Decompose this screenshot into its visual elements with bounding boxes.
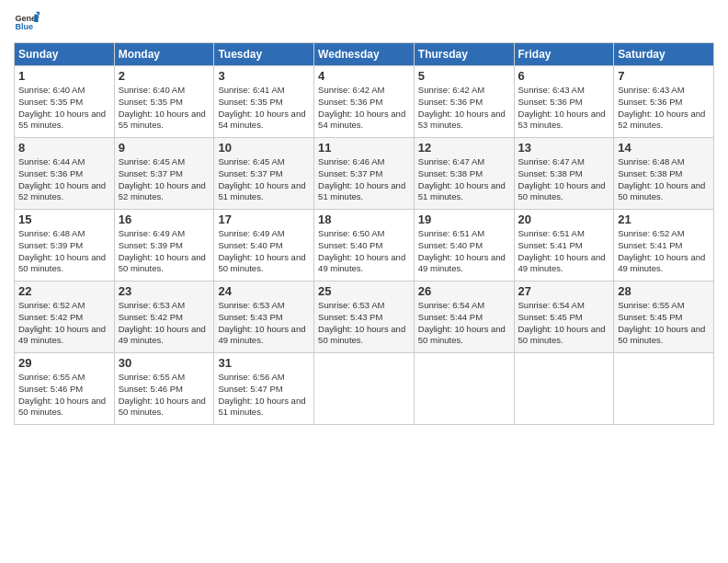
calendar-week-3: 15Sunrise: 6:48 AMSunset: 5:39 PMDayligh…: [15, 210, 714, 282]
day-detail: Sunrise: 6:50 AMSunset: 5:40 PMDaylight:…: [318, 228, 410, 275]
weekday-header-thursday: Thursday: [414, 43, 514, 66]
calendar-cell: 14Sunrise: 6:48 AMSunset: 5:38 PMDayligh…: [614, 138, 714, 210]
day-detail: Sunrise: 6:44 AMSunset: 5:36 PMDaylight:…: [18, 156, 110, 203]
day-detail: Sunrise: 6:46 AMSunset: 5:37 PMDaylight:…: [318, 156, 410, 203]
calendar-cell: 5Sunrise: 6:42 AMSunset: 5:36 PMDaylight…: [414, 66, 514, 138]
calendar-week-4: 22Sunrise: 6:52 AMSunset: 5:42 PMDayligh…: [15, 282, 714, 353]
day-detail: Sunrise: 6:41 AMSunset: 5:35 PMDaylight:…: [218, 85, 310, 132]
header: General Blue: [14, 9, 714, 35]
day-number: 11: [318, 141, 410, 155]
weekday-header-wednesday: Wednesday: [314, 43, 415, 66]
calendar-cell: 13Sunrise: 6:47 AMSunset: 5:38 PMDayligh…: [514, 138, 614, 210]
day-number: 31: [218, 356, 310, 370]
calendar-header-row: SundayMondayTuesdayWednesdayThursdayFrid…: [15, 43, 714, 66]
weekday-header-tuesday: Tuesday: [214, 43, 314, 66]
calendar-cell: 31Sunrise: 6:56 AMSunset: 5:47 PMDayligh…: [214, 353, 314, 425]
day-number: 16: [119, 213, 210, 226]
day-detail: Sunrise: 6:49 AMSunset: 5:39 PMDaylight:…: [119, 228, 210, 275]
calendar-cell: [514, 353, 614, 425]
calendar-table: SundayMondayTuesdayWednesdayThursdayFrid…: [14, 42, 714, 425]
day-number: 15: [18, 213, 110, 226]
calendar-cell: [614, 353, 714, 425]
day-detail: Sunrise: 6:52 AMSunset: 5:41 PMDaylight:…: [618, 228, 710, 275]
day-number: 17: [218, 213, 310, 226]
weekday-header-saturday: Saturday: [614, 43, 714, 66]
day-detail: Sunrise: 6:53 AMSunset: 5:43 PMDaylight:…: [218, 300, 310, 347]
day-detail: Sunrise: 6:51 AMSunset: 5:41 PMDaylight:…: [518, 228, 610, 275]
day-number: 8: [18, 141, 110, 155]
page-container: General Blue SundayMondayTuesdayWednesda…: [0, 0, 728, 430]
day-number: 10: [218, 141, 310, 155]
day-detail: Sunrise: 6:45 AMSunset: 5:37 PMDaylight:…: [119, 156, 210, 203]
day-number: 27: [518, 284, 610, 298]
calendar-cell: 8Sunrise: 6:44 AMSunset: 5:36 PMDaylight…: [15, 138, 115, 210]
day-detail: Sunrise: 6:56 AMSunset: 5:47 PMDaylight:…: [218, 372, 310, 419]
day-number: 20: [518, 213, 610, 226]
calendar-cell: 21Sunrise: 6:52 AMSunset: 5:41 PMDayligh…: [614, 210, 714, 282]
day-number: 29: [18, 356, 110, 370]
svg-marker-2: [34, 15, 38, 22]
day-detail: Sunrise: 6:43 AMSunset: 5:36 PMDaylight:…: [518, 85, 610, 132]
day-detail: Sunrise: 6:40 AMSunset: 5:35 PMDaylight:…: [119, 85, 210, 132]
calendar-cell: 20Sunrise: 6:51 AMSunset: 5:41 PMDayligh…: [514, 210, 614, 282]
day-detail: Sunrise: 6:43 AMSunset: 5:36 PMDaylight:…: [618, 85, 710, 132]
day-number: 24: [218, 284, 310, 298]
calendar-cell: 25Sunrise: 6:53 AMSunset: 5:43 PMDayligh…: [314, 282, 415, 353]
calendar-cell: 27Sunrise: 6:54 AMSunset: 5:45 PMDayligh…: [514, 282, 614, 353]
day-number: 19: [418, 213, 510, 226]
day-detail: Sunrise: 6:52 AMSunset: 5:42 PMDaylight:…: [18, 300, 110, 347]
day-number: 30: [119, 356, 210, 370]
day-detail: Sunrise: 6:53 AMSunset: 5:43 PMDaylight:…: [318, 300, 410, 347]
weekday-header-friday: Friday: [514, 43, 614, 66]
calendar-cell: 16Sunrise: 6:49 AMSunset: 5:39 PMDayligh…: [114, 210, 214, 282]
day-detail: Sunrise: 6:47 AMSunset: 5:38 PMDaylight:…: [518, 156, 610, 203]
calendar-week-2: 8Sunrise: 6:44 AMSunset: 5:36 PMDaylight…: [15, 138, 714, 210]
day-detail: Sunrise: 6:53 AMSunset: 5:42 PMDaylight:…: [119, 300, 210, 347]
day-number: 5: [418, 69, 510, 83]
calendar-cell: 17Sunrise: 6:49 AMSunset: 5:40 PMDayligh…: [214, 210, 314, 282]
logo-icon: General Blue: [14, 9, 40, 35]
logo: General Blue: [14, 9, 43, 35]
svg-text:Blue: Blue: [15, 22, 33, 31]
calendar-cell: 4Sunrise: 6:42 AMSunset: 5:36 PMDaylight…: [314, 66, 415, 138]
calendar-cell: 9Sunrise: 6:45 AMSunset: 5:37 PMDaylight…: [114, 138, 214, 210]
day-detail: Sunrise: 6:42 AMSunset: 5:36 PMDaylight:…: [318, 85, 410, 132]
day-number: 7: [618, 69, 710, 83]
day-number: 2: [119, 69, 210, 83]
day-number: 9: [119, 141, 210, 155]
day-number: 6: [518, 69, 610, 83]
day-detail: Sunrise: 6:42 AMSunset: 5:36 PMDaylight:…: [418, 85, 510, 132]
day-number: 1: [18, 69, 110, 83]
calendar-cell: 22Sunrise: 6:52 AMSunset: 5:42 PMDayligh…: [15, 282, 115, 353]
day-number: 22: [18, 284, 110, 298]
day-detail: Sunrise: 6:48 AMSunset: 5:39 PMDaylight:…: [18, 228, 110, 275]
day-number: 3: [218, 69, 310, 83]
weekday-header-monday: Monday: [114, 43, 214, 66]
calendar-cell: 23Sunrise: 6:53 AMSunset: 5:42 PMDayligh…: [114, 282, 214, 353]
calendar-cell: 10Sunrise: 6:45 AMSunset: 5:37 PMDayligh…: [214, 138, 314, 210]
day-detail: Sunrise: 6:51 AMSunset: 5:40 PMDaylight:…: [418, 228, 510, 275]
day-detail: Sunrise: 6:48 AMSunset: 5:38 PMDaylight:…: [618, 156, 710, 203]
day-detail: Sunrise: 6:54 AMSunset: 5:44 PMDaylight:…: [418, 300, 510, 347]
calendar-cell: 28Sunrise: 6:55 AMSunset: 5:45 PMDayligh…: [614, 282, 714, 353]
calendar-cell: 2Sunrise: 6:40 AMSunset: 5:35 PMDaylight…: [114, 66, 214, 138]
calendar-cell: 3Sunrise: 6:41 AMSunset: 5:35 PMDaylight…: [214, 66, 314, 138]
day-number: 23: [119, 284, 210, 298]
calendar-cell: 19Sunrise: 6:51 AMSunset: 5:40 PMDayligh…: [414, 210, 514, 282]
calendar-cell: 6Sunrise: 6:43 AMSunset: 5:36 PMDaylight…: [514, 66, 614, 138]
day-number: 21: [618, 213, 710, 226]
day-detail: Sunrise: 6:55 AMSunset: 5:45 PMDaylight:…: [618, 300, 710, 347]
calendar-week-1: 1Sunrise: 6:40 AMSunset: 5:35 PMDaylight…: [15, 66, 714, 138]
calendar-cell: 15Sunrise: 6:48 AMSunset: 5:39 PMDayligh…: [15, 210, 115, 282]
day-detail: Sunrise: 6:55 AMSunset: 5:46 PMDaylight:…: [18, 372, 110, 419]
calendar-cell: 18Sunrise: 6:50 AMSunset: 5:40 PMDayligh…: [314, 210, 415, 282]
day-number: 26: [418, 284, 510, 298]
calendar-cell: 12Sunrise: 6:47 AMSunset: 5:38 PMDayligh…: [414, 138, 514, 210]
calendar-cell: 1Sunrise: 6:40 AMSunset: 5:35 PMDaylight…: [15, 66, 115, 138]
day-number: 12: [418, 141, 510, 155]
day-detail: Sunrise: 6:55 AMSunset: 5:46 PMDaylight:…: [119, 372, 210, 419]
calendar-cell: 7Sunrise: 6:43 AMSunset: 5:36 PMDaylight…: [614, 66, 714, 138]
day-detail: Sunrise: 6:54 AMSunset: 5:45 PMDaylight:…: [518, 300, 610, 347]
calendar-cell: 29Sunrise: 6:55 AMSunset: 5:46 PMDayligh…: [15, 353, 115, 425]
day-number: 18: [318, 213, 410, 226]
